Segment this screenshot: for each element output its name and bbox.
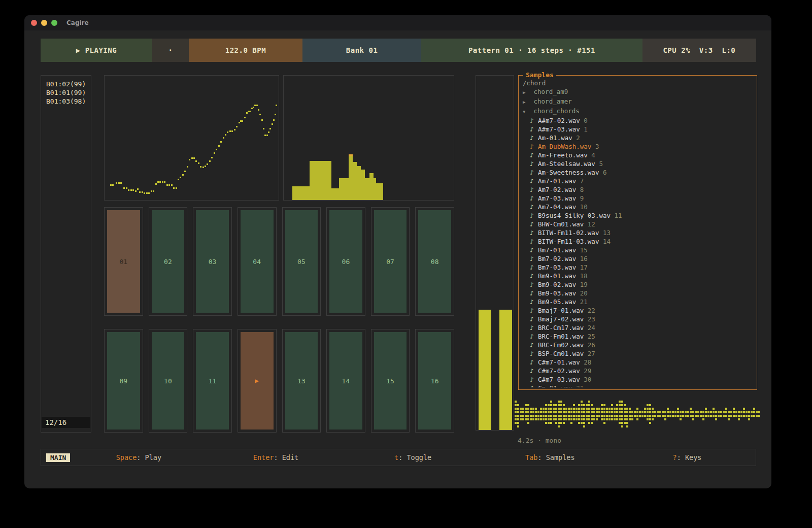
pad-fill: 16	[418, 332, 451, 430]
pad-fill: 07	[374, 210, 407, 313]
hint-key: Space	[116, 453, 137, 461]
pad-01[interactable]: 01	[104, 207, 143, 316]
file-name: BHW-Cm01.wav	[538, 220, 584, 228]
pad-07[interactable]: 07	[371, 207, 410, 316]
sample-file-29[interactable]: ♪C#m7-02.wav 29	[523, 367, 757, 375]
file-name: BRC-Cm17.wav	[538, 324, 584, 332]
folder-chord_amer[interactable]: ▶ chord_amer	[523, 97, 757, 107]
level-meter-left	[479, 310, 491, 430]
pad-02[interactable]: 02	[149, 207, 188, 316]
pad-15[interactable]: 15	[371, 329, 410, 433]
sample-file-25[interactable]: ♪BRC-Fm01.wav 25	[523, 332, 757, 341]
sample-file-1[interactable]: ♪A#m7-03.wav 1	[523, 125, 757, 134]
sample-file-17[interactable]: ♪Bm7-03.wav 17	[523, 263, 757, 272]
pad-14[interactable]: 14	[326, 329, 365, 433]
sample-file-13[interactable]: ♪BITW-Fm11-02.wav 13	[523, 228, 757, 237]
sample-file-12[interactable]: ♪BHW-Cm01.wav 12	[523, 220, 757, 228]
file-name: Bmaj7-02.wav	[538, 315, 584, 323]
music-note-icon: ♪	[523, 254, 538, 263]
sample-file-7[interactable]: ♪Am7-01.wav 7	[523, 177, 757, 185]
file-index: 2	[572, 134, 580, 142]
file-name: BSP-Cm01.wav	[538, 350, 584, 357]
music-note-icon: ♪	[523, 323, 538, 332]
sample-file-26[interactable]: ♪BRC-Fm02.wav 26	[523, 341, 757, 349]
samples-tree[interactable]: /chord▶ chord_am9▶ chord_amer▼ chord_cho…	[519, 76, 757, 387]
folder-chord_chords[interactable]: ▼ chord_chords	[523, 107, 757, 116]
sample-file-16[interactable]: ♪Bm7-02.wav 16	[523, 254, 757, 263]
pad-label: 01	[119, 258, 127, 266]
hint-action: : Samples	[537, 453, 574, 461]
sample-file-9[interactable]: ♪Am7-03.wav 9	[523, 194, 757, 203]
pad-09[interactable]: 09	[104, 329, 143, 433]
sample-file-18[interactable]: ♪Bm9-01.wav 18	[523, 272, 757, 280]
zoom-window-button[interactable]	[51, 20, 57, 26]
music-note-icon: ♪	[523, 367, 538, 375]
pad-10[interactable]: 10	[149, 329, 188, 433]
file-name: Bm9-02.wav	[538, 281, 576, 288]
pad-05[interactable]: 05	[282, 207, 321, 316]
sample-file-19[interactable]: ♪Bm9-02.wav 19	[523, 280, 757, 289]
chevron-collapsed-icon: ▶	[523, 98, 530, 107]
pad-fill: 11	[196, 332, 229, 430]
sample-file-23[interactable]: ♪Bmaj7-02.wav 23	[523, 315, 757, 323]
pad-06[interactable]: 06	[326, 207, 365, 316]
music-note-icon: ♪	[523, 159, 538, 168]
file-index: 7	[576, 177, 584, 185]
sample-file-31[interactable]: ♪Cm-01.wav 31	[523, 384, 757, 387]
histogram-chart	[284, 76, 454, 200]
sample-file-5[interactable]: ♪Am-Steelsaw.wav 5	[523, 159, 757, 168]
pad-16[interactable]: 16	[415, 329, 454, 433]
sample-file-27[interactable]: ♪BSP-Cm01.wav 27	[523, 349, 757, 358]
title-bar: Cagire	[24, 15, 771, 30]
sample-file-6[interactable]: ♪Am-Sweetness.wav 6	[523, 168, 757, 177]
sample-file-15[interactable]: ♪Bm7-01.wav 15	[523, 246, 757, 254]
sample-file-0[interactable]: ♪A#m7-02.wav 0	[523, 116, 757, 125]
file-name: Am7-02.wav	[538, 186, 576, 193]
pad-13[interactable]: 13	[282, 329, 321, 433]
music-note-icon: ♪	[523, 237, 538, 246]
sample-file-10[interactable]: ♪Am7-04.wav 10	[523, 203, 757, 211]
pad-fill: 01	[107, 210, 140, 313]
sample-file-20[interactable]: ♪Bm9-03.wav 20	[523, 289, 757, 298]
pad-11[interactable]: 11	[193, 329, 232, 433]
sample-file-14[interactable]: ♪BITW-Fm11-03.wav 14	[523, 237, 757, 246]
music-note-icon: ♪	[523, 134, 538, 142]
sample-file-4[interactable]: ♪Am-Freeto.wav 4	[523, 151, 757, 159]
sample-file-11[interactable]: ♪B9sus4 Silky 03.wav 11	[523, 211, 757, 220]
file-name: A#m7-02.wav	[538, 117, 580, 124]
file-name: Am7-01.wav	[538, 177, 576, 185]
minimize-window-button[interactable]	[41, 20, 47, 26]
file-index: 22	[584, 307, 595, 314]
sample-file-30[interactable]: ♪C#m7-03.wav 30	[523, 375, 757, 384]
sample-file-28[interactable]: ♪C#m7-01.wav 28	[523, 358, 757, 367]
pad-08[interactable]: 08	[415, 207, 454, 316]
file-name: Am-Steelsaw.wav	[538, 160, 595, 168]
waveform-display	[515, 392, 762, 435]
sample-file-8[interactable]: ♪Am7-02.wav 8	[523, 185, 757, 194]
file-index: 6	[599, 169, 606, 176]
pad-03[interactable]: 03	[193, 207, 232, 316]
close-window-button[interactable]	[31, 20, 37, 26]
sample-file-2[interactable]: ♪Am-01.wav 2	[523, 134, 757, 142]
app-window: Cagire ▶ PLAYING·122.0 BPMBank 01Pattern…	[24, 15, 771, 488]
pad-12[interactable]: ▶	[238, 329, 277, 433]
pad-fill: 15	[374, 332, 407, 430]
pad-label: 11	[209, 377, 217, 385]
play-triangle-icon: ▶	[255, 377, 259, 384]
file-index: 17	[576, 263, 588, 271]
folder-chord_am9[interactable]: ▶ chord_am9	[523, 87, 757, 97]
pad-04[interactable]: 04	[238, 207, 277, 316]
pad-label: 09	[119, 377, 127, 385]
file-name: Am7-04.wav	[538, 203, 576, 211]
sample-file-21[interactable]: ♪Bm9-05.wav 21	[523, 298, 757, 306]
music-note-icon: ♪	[523, 349, 538, 358]
folder-name: chord_chords	[530, 107, 580, 115]
status-segment-bank-text: Bank 01	[346, 46, 378, 54]
sample-file-22[interactable]: ♪Bmaj7-01.wav 22	[523, 306, 757, 315]
hint-play: Space: Play	[70, 453, 207, 461]
hint-action: : Play	[137, 453, 161, 461]
sample-file-3[interactable]: ♪Am-DubWash.wav 3	[523, 142, 757, 151]
sample-file-24[interactable]: ♪BRC-Cm17.wav 24	[523, 323, 757, 332]
pad-label: 06	[342, 258, 350, 266]
file-index: 21	[576, 298, 588, 306]
